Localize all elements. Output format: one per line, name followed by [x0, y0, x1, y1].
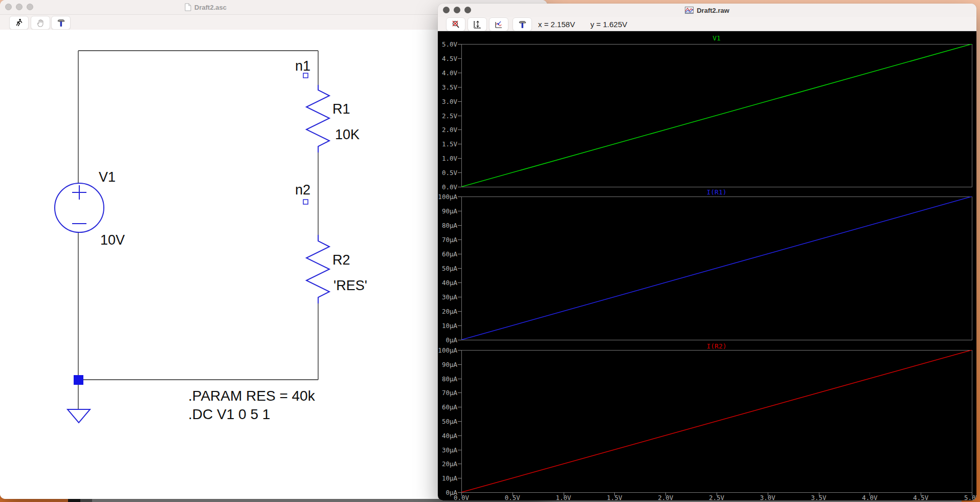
cursor-y-value: y = 1.625V	[590, 20, 627, 29]
ytick-label: 5.0V	[438, 41, 457, 48]
plot-area[interactable]: V15.0V4.5V4.0V3.5V3.0V2.5V2.0V1.5V1.0V0.…	[438, 31, 976, 500]
xtick-label: 0.0V	[450, 494, 473, 500]
ytick-label: 80µA	[438, 376, 457, 382]
zoom-disabled-button[interactable]	[446, 17, 465, 31]
ground-symbol[interactable]	[68, 409, 90, 423]
ytick-label: 30µA	[438, 447, 457, 453]
v1-name-label[interactable]: V1	[99, 169, 116, 185]
xtick-label: 1.0V	[552, 494, 575, 500]
ytick-mark	[458, 478, 461, 478]
ytick-mark	[458, 392, 461, 393]
hammer-icon	[518, 20, 527, 29]
waveform-window-title-wrap: Draft2.raw	[438, 4, 976, 17]
waveform-toolbar: x = 2.158V y = 1.625V	[438, 17, 976, 31]
desktop-strip-black	[68, 499, 80, 502]
ytick-mark	[458, 407, 461, 407]
r1-name-label[interactable]: R1	[332, 101, 350, 117]
trace-label-V1[interactable]: V1	[461, 35, 972, 41]
node-n2-marker[interactable]	[303, 200, 308, 204]
xtick-label: 1.5V	[603, 494, 626, 500]
circuit-drawing	[0, 30, 440, 499]
ytick-mark	[458, 129, 461, 130]
plot-settings-icon	[494, 20, 503, 29]
ytick-label: 90µA	[438, 361, 457, 368]
ytick-mark	[458, 379, 461, 379]
voltage-source-symbol[interactable]	[55, 183, 104, 232]
desktop-strip-darkgray	[80, 499, 92, 502]
waveform-doc-icon	[685, 7, 694, 14]
ytick-mark	[458, 87, 461, 88]
zoom-disabled-icon	[451, 20, 460, 29]
control-panel-button[interactable]	[513, 17, 532, 31]
hammer-icon	[57, 18, 65, 27]
ytick-label: 70µA	[438, 389, 457, 396]
ytick-label: 50µA	[438, 418, 457, 425]
ytick-mark	[458, 73, 461, 73]
xtick-label: 0.5V	[501, 494, 524, 500]
ytick-mark	[458, 297, 461, 297]
ytick-label: 20µA	[438, 461, 457, 467]
ytick-label: 0.5V	[438, 169, 457, 176]
autorange-button[interactable]	[467, 17, 487, 31]
trace-label-I(R2)[interactable]: I(R2)	[461, 343, 972, 350]
r2-name-label[interactable]: R2	[332, 252, 350, 268]
ytick-label: 3.0V	[438, 98, 457, 105]
desktop: Draft2.asc	[0, 0, 980, 502]
dc-directive[interactable]: .DC V1 0 5 1	[188, 406, 270, 423]
ytick-label: 0µA	[438, 337, 457, 343]
ytick-label: 50µA	[438, 265, 457, 272]
document-icon	[185, 3, 191, 11]
ytick-label: 10µA	[438, 475, 457, 482]
ytick-mark	[458, 187, 461, 187]
param-directive[interactable]: .PARAM RES = 40k	[188, 388, 315, 404]
node-n2-label[interactable]: n2	[295, 182, 310, 198]
v1-value-label[interactable]: 10V	[100, 232, 125, 248]
wire-junction	[74, 375, 83, 385]
waveform-window-title: Draft2.raw	[697, 7, 729, 14]
ytick-label: 20µA	[438, 308, 457, 315]
ytick-mark	[458, 58, 461, 59]
run-icon	[15, 18, 24, 27]
ytick-label: 3.5V	[438, 84, 457, 91]
ytick-label: 60µA	[438, 251, 457, 257]
xtick-label: 3.0V	[756, 494, 779, 500]
tools-button[interactable]	[51, 16, 71, 30]
autorange-icon	[473, 20, 482, 29]
ytick-mark	[458, 197, 461, 197]
waveform-titlebar[interactable]: Draft2.raw	[438, 4, 976, 17]
r1-value-label[interactable]: 10K	[335, 127, 360, 143]
ytick-mark	[458, 464, 461, 464]
xtick-label: 2.5V	[705, 494, 728, 500]
trace-V1[interactable]	[461, 44, 972, 187]
ytick-label: 2.5V	[438, 113, 457, 119]
ytick-mark	[458, 364, 461, 365]
run-button[interactable]	[9, 16, 29, 30]
resistor-r2-symbol[interactable]	[306, 235, 329, 303]
resistor-r1-symbol[interactable]	[306, 85, 329, 152]
ytick-label: 70µA	[438, 236, 457, 243]
ytick-label: 100µA	[438, 193, 457, 200]
r2-value-label[interactable]: 'RES'	[333, 278, 367, 294]
ytick-label: 40µA	[438, 279, 457, 286]
trace-I(R2)[interactable]	[461, 350, 972, 492]
schematic-window-title: Draft2.asc	[194, 4, 227, 11]
xtick-label: 2.0V	[654, 494, 677, 500]
ytick-mark	[458, 254, 461, 254]
ytick-label: 1.5V	[438, 141, 457, 147]
ytick-mark	[458, 44, 461, 45]
ytick-mark	[458, 144, 461, 144]
ytick-label: 40µA	[438, 432, 457, 439]
ytick-mark	[458, 172, 461, 173]
trace-I(R1)[interactable]	[461, 197, 972, 340]
waveform-window: Draft2.raw	[438, 4, 976, 500]
ytick-mark	[458, 311, 461, 312]
ytick-label: 4.0V	[438, 70, 457, 76]
trace-label-I(R1)[interactable]: I(R1)	[461, 189, 972, 195]
xtick-label: 4.0V	[858, 494, 881, 500]
xtick-label: 3.5V	[808, 494, 830, 500]
ytick-mark	[458, 158, 461, 159]
node-n1-label[interactable]: n1	[295, 58, 310, 74]
pan-button[interactable]	[31, 16, 50, 30]
plot-settings-button[interactable]	[489, 17, 508, 31]
ytick-mark	[458, 268, 461, 269]
